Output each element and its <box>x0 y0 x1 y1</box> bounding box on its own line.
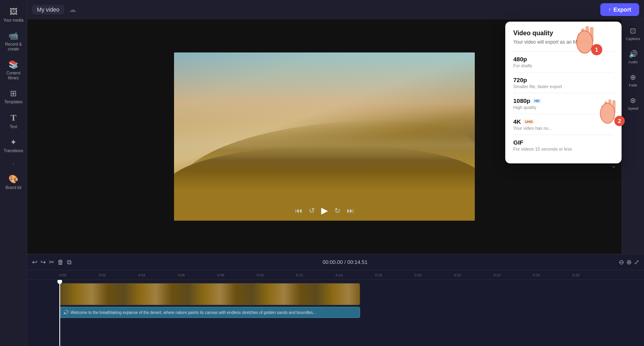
video-controls: ⊡ ⏮ ↺ ▶ ↻ ⏭ ⛶ <box>295 205 354 216</box>
redo-button[interactable]: ↪ <box>41 258 46 266</box>
quality-option-1080p[interactable]: 1080p HD High quality <box>513 93 614 114</box>
sidebar-item-record[interactable]: 📹 Record & create <box>0 27 27 56</box>
quality-option-4k[interactable]: 4K UHD Your video has no... <box>513 114 614 135</box>
zoom-out-button[interactable]: ⊖ <box>619 258 624 266</box>
sidebar-item-templates[interactable]: ⊞ Templates <box>0 84 27 109</box>
captions-label: Captions <box>626 37 640 41</box>
text-icon: T <box>10 113 16 123</box>
quality-desc-gif: For videos 15 seconds or less <box>513 147 614 151</box>
skip-forward-button[interactable]: ⏭ <box>347 207 354 215</box>
sidebar-label-record: Record & create <box>2 42 25 52</box>
playhead[interactable] <box>59 280 60 346</box>
ruler-mark-11: 0:22 <box>494 273 533 277</box>
export-icon: ↑ <box>608 6 611 13</box>
quality-name-480p: 480p <box>513 56 614 62</box>
timeline-tracks: 🔊 Welcome to the breathtaking expanse of… <box>27 280 644 346</box>
skip-back-button[interactable]: ⏮ <box>295 207 302 215</box>
fade-icon: ⊕ <box>630 73 636 82</box>
sidebar-label-transitions: Transitions <box>4 149 23 153</box>
speed-icon: ⊛ <box>630 96 636 105</box>
quality-name-1080p: 1080p HD <box>513 97 614 104</box>
fast-forward-button[interactable]: ↻ <box>334 206 340 215</box>
sidebar-item-content-library[interactable]: 📚 Content library <box>0 56 27 84</box>
sidebar-item-transitions[interactable]: ✦ Transitions <box>0 133 27 157</box>
sidebar-item-brand-kit[interactable]: 🎨 Brand kit <box>0 170 27 194</box>
timeline-zoom-controls: ⊖ ⊕ ⤢ <box>619 258 639 266</box>
ruler-mark-13: 0:26 <box>572 273 612 277</box>
sidebar-label-text: Text <box>10 125 17 129</box>
audio-icon: 🔊 <box>629 50 638 58</box>
video-title[interactable]: My video <box>32 5 64 14</box>
brand-icon: 🎨 <box>8 174 18 184</box>
zoom-in-button[interactable]: ⊕ <box>626 258 632 266</box>
expand-timeline-button[interactable]: ⤢ <box>634 258 639 266</box>
speed-label: Speed <box>628 107 638 111</box>
ruler-mark-0: 0:00 <box>59 273 99 277</box>
delete-button[interactable]: 🗑 <box>57 259 64 266</box>
cloud-save-icon: ☁ <box>69 5 76 14</box>
quality-title: Video quality <box>513 30 614 37</box>
ruler-mark-10: 0:20 <box>454 273 493 277</box>
sidebar-item-your-media[interactable]: 🖼 Your media <box>0 3 27 27</box>
record-icon: 📹 <box>8 31 18 40</box>
export-button[interactable]: ↑ Export <box>600 3 639 16</box>
ruler-mark-6: 0:12 <box>296 273 336 277</box>
quality-desc-1080p: High quality <box>513 105 614 110</box>
caption-track[interactable]: 🔊 Welcome to the breathtaking expanse of… <box>59 307 360 318</box>
sidebar-label-content-library: Content library <box>2 71 25 80</box>
uhd-badge: UHD <box>523 119 535 124</box>
ruler-mark-2: 0:04 <box>138 273 178 277</box>
timeline-area: ↩ ↪ ✂ 🗑 ⧉ 00:00.00 / 00:14.51 ⊖ ⊕ ⤢ 0:00… <box>27 254 644 346</box>
right-panel-audio[interactable]: 🔊 Audio <box>622 46 644 68</box>
templates-icon: ⊞ <box>10 89 17 98</box>
sidebar-item-text[interactable]: T Text <box>0 109 27 133</box>
main-area: My video ☁ ↑ Export ⊡ ⏮ ↺ ▶ ↻ <box>27 0 644 346</box>
caption-track-icon: 🔊 <box>63 310 69 315</box>
timeline-time-display: 00:00.00 / 00:14.51 <box>75 259 616 265</box>
workspace: ⊡ ⏮ ↺ ▶ ↻ ⏭ ⛶ Video quality Your video w… <box>27 19 644 254</box>
sidebar-label-brand-kit: Brand kit <box>6 185 21 190</box>
quality-name-720p: 720p <box>513 76 614 83</box>
video-track[interactable] <box>59 283 360 305</box>
right-panel-captions[interactable]: ⊡ Captions <box>622 22 644 45</box>
sidebar-label-templates: Templates <box>4 100 23 105</box>
sidebar-collapse-arrow[interactable]: › <box>9 157 18 170</box>
ruler-mark-7: 0:14 <box>336 273 375 277</box>
topbar: My video ☁ ↑ Export <box>27 0 644 19</box>
ruler-mark-5: 0:10 <box>257 273 296 277</box>
caption-track-text: Welcome to the breathtaking expanse of t… <box>71 310 316 315</box>
video-preview: ⊡ ⏮ ↺ ▶ ↻ ⏭ ⛶ <box>174 52 475 221</box>
ruler-marks: 0:00 0:02 0:04 0:06 0:08 0:10 0:12 0:14 … <box>59 273 612 277</box>
fog-layer <box>174 120 475 170</box>
undo-button[interactable]: ↩ <box>32 258 37 266</box>
ruler-mark-1: 0:02 <box>99 273 138 277</box>
right-panel: ⊡ Captions 🔊 Audio ⊕ Fade ⊛ Speed <box>622 19 644 254</box>
quality-option-720p[interactable]: 720p Smaller file, faster export <box>513 72 614 93</box>
cut-button[interactable]: ✂ <box>49 258 54 266</box>
ruler-mark-3: 0:06 <box>178 273 217 277</box>
quality-desc-720p: Smaller file, faster export <box>513 84 614 89</box>
play-button[interactable]: ▶ <box>321 205 328 216</box>
ruler-mark-4: 0:08 <box>217 273 257 277</box>
duplicate-button[interactable]: ⧉ <box>67 259 71 266</box>
sidebar: 🖼 Your media 📹 Record & create 📚 Content… <box>0 0 27 346</box>
sidebar-label-your-media: Your media <box>3 18 23 23</box>
hd-badge: HD <box>533 99 541 103</box>
rewind-button[interactable]: ↺ <box>309 206 315 215</box>
ruler-mark-8: 0:16 <box>375 273 414 277</box>
timeline-toolbar: ↩ ↪ ✂ 🗑 ⧉ 00:00.00 / 00:14.51 ⊖ ⊕ ⤢ <box>27 254 644 270</box>
quality-option-gif[interactable]: GIF For videos 15 seconds or less <box>513 135 614 155</box>
quality-desc-4k: Your video has no... <box>513 126 614 131</box>
audio-label: Audio <box>628 60 638 64</box>
content-library-icon: 📚 <box>8 60 18 69</box>
quality-name-4k: 4K UHD <box>513 118 614 125</box>
quality-desc-480p: For drafts <box>513 63 614 68</box>
timeline-ruler: 0:00 0:02 0:04 0:06 0:08 0:10 0:12 0:14 … <box>27 270 644 280</box>
right-panel-fade[interactable]: ⊕ Fade <box>622 69 644 91</box>
right-panel-speed[interactable]: ⊛ Speed <box>622 92 644 115</box>
quality-name-gif: GIF <box>513 139 614 146</box>
quality-popup: Video quality Your video will export as … <box>505 22 622 163</box>
media-icon: 🖼 <box>10 7 18 16</box>
quality-option-480p[interactable]: 480p For drafts <box>513 51 614 72</box>
export-label: Export <box>614 6 631 13</box>
